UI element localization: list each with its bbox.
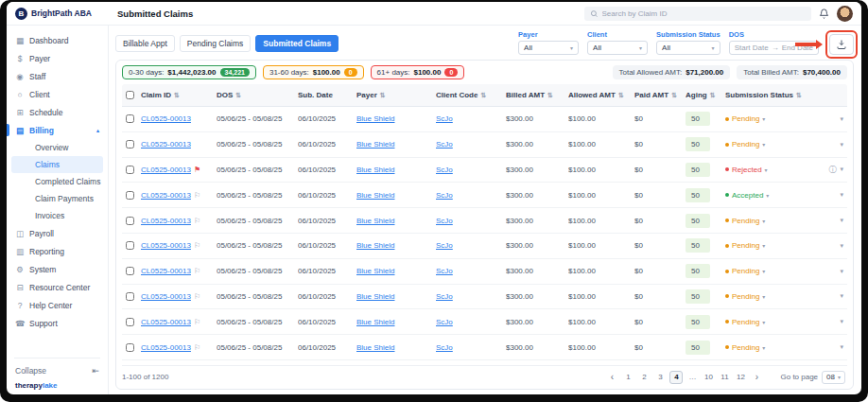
sort-icon[interactable]: ⇅ [710, 92, 716, 99]
flag-icon[interactable]: ⚑ [194, 166, 200, 174]
dos-range-input[interactable]: Start Date → End Date [729, 41, 819, 55]
sidebar-subitem-claim-payments[interactable]: Claim Payments [11, 190, 103, 207]
chevron-down-icon[interactable]: ▾ [840, 217, 843, 224]
sort-icon[interactable]: ⇅ [174, 92, 180, 99]
claim-id-link[interactable]: CL0525-00013 [141, 292, 191, 301]
claim-id-link[interactable]: CL0525-00013 [141, 191, 191, 200]
page-button-11[interactable]: 11 [718, 371, 731, 384]
payer-link[interactable]: Blue Shield [356, 343, 394, 352]
goto-page-select[interactable]: 08 ▾ [822, 371, 845, 384]
claim-id-link[interactable]: CL0525-00013 [141, 166, 191, 174]
row-checkbox[interactable] [126, 140, 134, 149]
search-input[interactable] [602, 9, 807, 18]
submission-status-cell[interactable]: Pending▾ [725, 292, 812, 301]
sidebar-item-billing[interactable]: ▤Billing▴ [7, 121, 108, 139]
page-button-12[interactable]: 12 [734, 371, 747, 384]
payer-link[interactable]: Blue Shield [356, 166, 394, 174]
sidebar-item-resource-center[interactable]: ⊟Resource Center [7, 278, 108, 296]
payer-link[interactable]: Blue Shield [356, 191, 394, 200]
collapse-button[interactable]: Collapse ⇤ [7, 362, 108, 379]
sidebar-subitem-overview[interactable]: Overview [11, 139, 103, 156]
info-icon[interactable]: ⓘ [828, 165, 836, 175]
sidebar-item-dashboard[interactable]: ▦Dashboard [7, 31, 108, 49]
chevron-down-icon[interactable]: ▾ [840, 343, 843, 351]
chevron-down-icon[interactable]: ▾ [840, 242, 843, 250]
client-filter-dropdown[interactable]: All ▾ [587, 41, 648, 55]
chevron-right-icon[interactable]: › [750, 371, 763, 384]
row-checkbox[interactable] [126, 166, 134, 174]
row-checkbox[interactable] [126, 267, 134, 275]
submission-status-cell[interactable]: Pending▾ [725, 217, 812, 225]
row-checkbox[interactable] [126, 191, 134, 200]
client-code-link[interactable]: ScJo [436, 241, 453, 250]
column-header-sub-date[interactable]: Sub. Date [298, 91, 356, 99]
row-checkbox[interactable] [126, 241, 134, 250]
client-code-link[interactable]: ScJo [436, 191, 453, 200]
chevron-down-icon[interactable]: ▾ [840, 166, 843, 173]
chevron-down-icon[interactable]: ▾ [840, 268, 843, 275]
sidebar-item-support[interactable]: ☎Support [7, 314, 108, 332]
sidebar-subitem-invoices[interactable]: Invoices [11, 207, 103, 224]
claim-id-link[interactable]: CL0525-00013 [141, 114, 191, 123]
sidebar-item-help-center[interactable]: ?Help Center [7, 296, 108, 314]
sort-icon[interactable]: ⇅ [796, 92, 802, 99]
payer-link[interactable]: Blue Shield [356, 292, 394, 301]
column-header-dos[interactable]: DOS⇅ [217, 91, 298, 99]
client-code-link[interactable]: ScJo [436, 343, 453, 352]
client-code-link[interactable]: ScJo [436, 114, 453, 123]
sidebar-item-client[interactable]: ○Client [7, 85, 108, 103]
column-header-aging[interactable]: Aging⇅ [686, 91, 725, 99]
payer-filter-dropdown[interactable]: All ▾ [518, 41, 579, 55]
page-button-2[interactable]: 2 [637, 371, 651, 384]
column-header-claim-id[interactable]: Claim ID⇅ [141, 91, 217, 99]
submission-status-cell[interactable]: Pending▾ [725, 318, 812, 326]
claim-id-link[interactable]: CL0525-00013 [141, 140, 191, 149]
sort-icon[interactable]: ⇅ [618, 92, 624, 99]
flag-icon[interactable]: ⚐ [194, 217, 200, 225]
submission-status-cell[interactable]: Rejected▾ [725, 166, 812, 174]
client-code-link[interactable]: ScJo [436, 140, 453, 149]
claim-id-link[interactable]: CL0525-00013 [141, 241, 191, 250]
client-code-link[interactable]: ScJo [436, 217, 453, 225]
chevron-down-icon[interactable]: ▾ [840, 115, 843, 123]
payer-link[interactable]: Blue Shield [356, 140, 394, 149]
chevron-down-icon[interactable]: ▾ [840, 141, 843, 149]
payer-link[interactable]: Blue Shield [356, 318, 394, 326]
sort-icon[interactable]: ⇅ [671, 92, 677, 99]
row-checkbox[interactable] [126, 343, 134, 352]
sidebar-subitem-claims[interactable]: Claims [11, 156, 103, 173]
page-button-10[interactable]: 10 [702, 371, 715, 384]
submission-status-cell[interactable]: Pending▾ [725, 241, 812, 250]
column-header-billed-amt[interactable]: Billed AMT⇅ [506, 91, 568, 99]
chevron-down-icon[interactable]: ▾ [840, 292, 843, 300]
submission-status-filter-dropdown[interactable]: All ▾ [656, 41, 720, 55]
sort-icon[interactable]: ⇅ [235, 92, 241, 99]
flag-icon[interactable]: ⚐ [194, 292, 200, 301]
column-header-paid-amt[interactable]: Paid AMT⇅ [634, 91, 686, 99]
payer-link[interactable]: Blue Shield [356, 114, 394, 123]
sidebar-item-reporting[interactable]: ▥Reporting [7, 242, 108, 260]
sidebar-item-schedule[interactable]: ⊞Schedule [7, 103, 108, 121]
chevron-left-icon[interactable]: ‹ [605, 371, 618, 384]
sidebar-item-staff[interactable]: ◉Staff [7, 67, 108, 85]
flag-icon[interactable]: ⚐ [194, 191, 200, 200]
sort-icon[interactable]: ⇅ [480, 92, 486, 99]
submission-status-cell[interactable]: Pending▾ [725, 343, 812, 352]
user-avatar[interactable] [837, 6, 853, 22]
page-button-4[interactable]: 4 [669, 371, 683, 384]
sidebar-item-payer[interactable]: $Payer [7, 49, 108, 67]
client-code-link[interactable]: ScJo [436, 166, 453, 174]
page-button-1[interactable]: 1 [621, 371, 634, 384]
claim-id-link[interactable]: CL0525-00013 [141, 318, 191, 326]
submission-status-cell[interactable]: Pending▾ [725, 140, 812, 149]
submission-status-cell[interactable]: Accepted▾ [725, 191, 812, 200]
tab-submitted-claims[interactable]: Submitted Claims [255, 35, 339, 52]
client-code-link[interactable]: ScJo [436, 267, 453, 275]
client-code-link[interactable]: ScJo [436, 318, 453, 326]
claim-id-link[interactable]: CL0525-00013 [141, 267, 191, 275]
flag-icon[interactable]: ⚐ [194, 343, 200, 352]
page-button-3[interactable]: 3 [653, 371, 667, 384]
column-header-submission-status[interactable]: Submission Status⇅ [725, 91, 812, 99]
sidebar-subitem-completed-claims[interactable]: Completed Claims [11, 173, 103, 190]
row-checkbox[interactable] [126, 217, 134, 225]
